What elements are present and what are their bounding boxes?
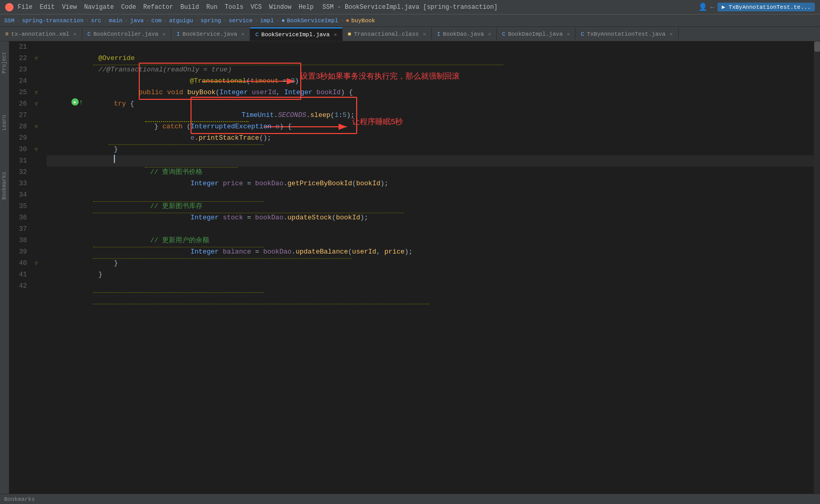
tab-close-4[interactable]: ✕ xyxy=(423,31,426,37)
bc-ssm[interactable]: SSM xyxy=(4,18,14,24)
menu-window[interactable]: Window xyxy=(269,4,291,11)
menu-code[interactable]: Code xyxy=(121,4,136,11)
tab-icon-6: C xyxy=(502,31,506,37)
app-icon xyxy=(5,3,13,11)
code-line-42 xyxy=(47,280,814,292)
window-title: SSM - BookServiceImpl.java [spring-trans… xyxy=(323,4,497,11)
squiggle-line39 xyxy=(93,303,430,304)
code-line-40: } xyxy=(47,258,814,269)
squiggle-line38 xyxy=(93,292,264,293)
tab-icon-7: C xyxy=(581,31,584,37)
code-line-39: Integer balance = bookDao.updateBalance(… xyxy=(47,246,814,258)
bc-file-icon: ● xyxy=(282,18,285,24)
tab-label-3: BookServiceImpl.java xyxy=(261,32,330,38)
tab-label-5: BookDao.java xyxy=(443,31,484,37)
tab-label-1: BookController.java xyxy=(93,31,158,37)
bc-atguigu[interactable]: atguigu xyxy=(169,18,193,24)
menu-view[interactable]: View xyxy=(62,4,77,11)
bc-method-icon: ● xyxy=(346,18,349,24)
gutter: ▽ ▽ ▽ ▽ ▽ ▽ xyxy=(31,41,41,504)
tab-icon-1: C xyxy=(87,31,91,37)
bc-java[interactable]: java xyxy=(130,18,143,24)
editor[interactable]: 21 22 23 24 25 26 27 28 29 30 31 32 33 3… xyxy=(9,41,820,504)
menu-build[interactable]: Build xyxy=(180,4,199,11)
menu-file[interactable]: File xyxy=(18,4,33,11)
bc-service[interactable]: service xyxy=(229,18,253,24)
main-area: Project Learn Bookmarks 21 22 23 24 25 2… xyxy=(0,41,820,504)
project-label[interactable]: Project xyxy=(2,52,7,73)
title-bar: File Edit View Navigate Code Refactor Bu… xyxy=(0,0,820,14)
bc-impl[interactable]: impl xyxy=(260,18,274,24)
tab-label-7: TxByAnnotationTest.java xyxy=(587,31,666,37)
tab-bookserviceimpl[interactable]: C BookServiceImpl.java ✕ xyxy=(250,27,343,41)
bc-main[interactable]: main xyxy=(109,18,122,24)
tab-label-6: BookDaoImpl.java xyxy=(508,31,563,37)
tab-tx-annotation[interactable]: ≡ tx-annotation.xml ✕ xyxy=(0,27,82,41)
tab-close-0[interactable]: ✕ xyxy=(74,31,77,37)
run-dot: ▶ xyxy=(71,98,79,106)
menu-refactor[interactable]: Refactor xyxy=(143,4,173,11)
bc-spring[interactable]: spring xyxy=(201,18,222,24)
code-line-36: Integer stock = bookDao.updateStock(book… xyxy=(47,212,814,224)
bookmarks-label[interactable]: Bookmarks xyxy=(2,172,7,200)
tab-icon-4: ■ xyxy=(348,31,352,37)
tab-close-7[interactable]: ✕ xyxy=(669,31,672,37)
menu-tools[interactable]: Tools xyxy=(225,4,243,11)
tab-txbyannotation[interactable]: C TxByAnnotationTest.java ✕ xyxy=(576,27,678,41)
menu-vcs[interactable]: VCS xyxy=(251,4,262,11)
menu-navigate[interactable]: Navigate xyxy=(84,4,114,11)
tab-transactional[interactable]: ■ Transactional.class ✕ xyxy=(343,27,432,41)
tab-label-0: tx-annotation.xml xyxy=(11,31,69,37)
tab-bookdao[interactable]: I BookDao.java ✕ xyxy=(432,27,497,41)
tab-close-5[interactable]: ✕ xyxy=(488,31,491,37)
bottom-bar: Bookmarks xyxy=(0,494,820,504)
code-area[interactable]: 设置3秒如果事务没有执行完，那么就强制回滚 让程序睡眠5秒 @Override … xyxy=(41,41,814,504)
bc-spring-transaction[interactable]: spring-transaction xyxy=(22,18,83,24)
tab-close-2[interactable]: ✕ xyxy=(241,31,244,37)
code-line-31 xyxy=(47,155,814,167)
bc-bookserviceimpl[interactable]: BookServiceImpl xyxy=(287,18,338,24)
tab-bookdaoimpl[interactable]: C BookDaoImpl.java ✕ xyxy=(497,27,576,41)
tab-icon-3: C xyxy=(255,32,259,38)
user-icon[interactable]: 👤 xyxy=(698,3,707,11)
code-line-29: e.printStackTrace(); xyxy=(47,132,814,144)
bottom-bookmarks: Bookmarks xyxy=(4,496,35,502)
right-scrollbar[interactable] xyxy=(814,41,820,504)
menu-bar[interactable]: File Edit View Navigate Code Refactor Bu… xyxy=(18,4,314,11)
tab-close-3[interactable]: ✕ xyxy=(334,32,337,38)
nav-back-icon[interactable]: ← xyxy=(710,3,714,11)
bc-src[interactable]: src xyxy=(91,18,101,24)
tab-label-2: BookService.java xyxy=(183,31,238,37)
code-line-34 xyxy=(47,189,814,201)
line-numbers: 21 22 23 24 25 26 27 28 29 30 31 32 33 3… xyxy=(9,41,31,504)
tab-icon-5: I xyxy=(437,31,441,37)
tab-icon-2: I xyxy=(177,31,180,37)
bc-com[interactable]: com xyxy=(151,18,162,24)
menu-edit[interactable]: Edit xyxy=(40,4,55,11)
run-indicator: ↑ xyxy=(79,98,83,107)
code-line-30: } xyxy=(47,144,814,155)
code-line-37 xyxy=(47,224,814,235)
tab-close-6[interactable]: ✕ xyxy=(567,31,570,37)
breadcrumb-bar: SSM › spring-transaction › src › main › … xyxy=(0,14,820,27)
menu-run[interactable]: Run xyxy=(206,4,217,11)
vertical-labels: Project Learn Bookmarks xyxy=(0,41,9,504)
bc-buybook[interactable]: buyBook xyxy=(351,18,375,24)
svg-marker-0 xyxy=(7,5,12,10)
tab-close-1[interactable]: ✕ xyxy=(163,31,166,37)
scrollbar-thumb[interactable] xyxy=(814,41,820,52)
tab-bookservice[interactable]: I BookService.java ✕ xyxy=(171,27,250,41)
tab-bar: ≡ tx-annotation.xml ✕ C BookController.j… xyxy=(0,27,820,41)
code-line-33: Integer price = bookDao.getPriceByBookId… xyxy=(47,178,814,189)
menu-help[interactable]: Help xyxy=(299,4,314,11)
tab-icon-0: ≡ xyxy=(5,31,9,37)
tab-bookcontroller[interactable]: C BookController.java ✕ xyxy=(82,27,171,41)
learn-label[interactable]: Learn xyxy=(2,115,7,130)
run-button[interactable]: ▶ TxByAnnotationTest.te... xyxy=(717,3,815,11)
code-line-41: } xyxy=(47,269,814,280)
tab-label-4: Transactional.class xyxy=(354,31,418,37)
